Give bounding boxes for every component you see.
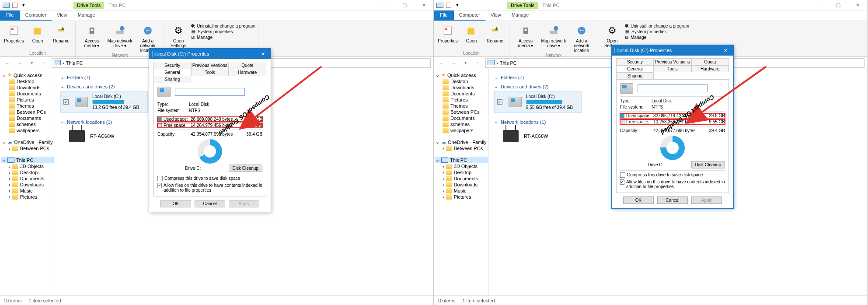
ribbon-small-button[interactable]: 💻System properties xyxy=(624,29,689,34)
tree-node[interactable]: Downloads xyxy=(1,84,54,91)
dialog-tab[interactable]: Quota xyxy=(691,58,729,65)
cancel-button[interactable]: Cancel xyxy=(657,196,688,204)
ribbon-button[interactable]: Map network drive ▾ xyxy=(106,23,133,48)
dialog-tab[interactable]: Tools xyxy=(191,69,229,76)
tree-node[interactable]: ›3D Objects xyxy=(435,163,488,169)
tree-node[interactable]: Desktop xyxy=(435,78,488,84)
index-checkbox-row[interactable]: ✓Allow files on this drive to have conte… xyxy=(157,183,262,193)
ribbon-button[interactable]: Rename xyxy=(50,23,73,43)
ribbon-tab[interactable]: Computer xyxy=(454,11,485,21)
tree-node[interactable]: ›Desktop xyxy=(435,169,488,175)
ribbon-small-button[interactable]: 🖥Manage xyxy=(191,35,255,40)
breadcrumb-segment[interactable]: This PC xyxy=(500,60,517,66)
ribbon-small-button[interactable]: 🛠Uninstall or change a program xyxy=(191,24,255,28)
ribbon-button[interactable]: Properties xyxy=(436,23,459,43)
tree-node[interactable]: ⌄☁OneDrive - Family xyxy=(1,139,54,145)
checkbox[interactable]: ✓ xyxy=(63,99,69,105)
dialog-tab[interactable]: Quota xyxy=(229,62,266,69)
checkbox[interactable]: ✓ xyxy=(497,99,502,105)
tree-node[interactable]: schemes xyxy=(1,121,54,127)
disk-cleanup-button[interactable]: Disk Cleanup xyxy=(229,165,262,172)
tree-node[interactable]: Downloads xyxy=(435,84,488,91)
compress-checkbox-row[interactable]: Compress this drive to save disk space xyxy=(157,176,262,181)
tree-node[interactable]: Documents xyxy=(1,115,54,121)
tree-node[interactable]: ›Downloads xyxy=(435,182,488,188)
close-button[interactable]: ✕ xyxy=(848,0,867,11)
up-button[interactable]: ↑ xyxy=(39,60,49,66)
apply-button[interactable]: Apply xyxy=(229,200,259,207)
dialog-tab[interactable]: Previous Versions xyxy=(654,58,691,65)
maximize-button[interactable]: ▢ xyxy=(829,0,848,11)
close-button[interactable]: ✕ xyxy=(258,51,268,57)
tree-node[interactable]: ›Music xyxy=(1,188,54,194)
ribbon-button[interactable]: Map network drive ▾ xyxy=(540,23,567,48)
tree-node[interactable]: Documents xyxy=(1,91,54,97)
maximize-button[interactable]: ▢ xyxy=(395,0,414,11)
ribbon-small-button[interactable]: 🛠Uninstall or change a program xyxy=(624,24,689,28)
tree-node[interactable]: ›Documents xyxy=(435,175,488,182)
checkbox[interactable]: ✓ xyxy=(157,183,162,188)
dialog-tab[interactable]: Security xyxy=(153,62,191,69)
ribbon-tab[interactable]: Computer xyxy=(20,11,52,21)
tree-node[interactable]: ›Music xyxy=(435,188,488,194)
tree-node[interactable]: ⌄This PC xyxy=(435,157,488,163)
qat-dropdown-icon[interactable]: ▾ xyxy=(20,2,27,9)
ribbon-button[interactable]: ⚙Open Settings xyxy=(167,23,190,48)
tree-node[interactable]: Pictures xyxy=(435,97,488,103)
dialog-tab[interactable]: Sharing xyxy=(616,72,654,79)
recent-button[interactable]: ▾ xyxy=(461,60,471,66)
minimize-button[interactable]: — xyxy=(376,0,395,11)
index-checkbox-row[interactable]: ✓Allow files on this drive to have conte… xyxy=(620,179,725,189)
ribbon-button[interactable]: Rename xyxy=(484,23,506,43)
dialog-tab[interactable]: Hardware xyxy=(691,65,729,72)
tree-node[interactable]: Between PCs xyxy=(1,109,54,115)
checkbox[interactable] xyxy=(620,172,625,178)
forward-button[interactable]: → xyxy=(15,60,24,66)
minimize-button[interactable]: — xyxy=(809,0,829,11)
volume-label-input[interactable] xyxy=(175,88,245,96)
forward-button[interactable]: → xyxy=(449,60,458,66)
tree-node[interactable]: ›Between PCs xyxy=(435,145,488,151)
tree-node[interactable]: Between PCs xyxy=(435,109,488,115)
ribbon-tab[interactable]: Manage xyxy=(73,11,101,21)
compress-checkbox-row[interactable]: Compress this drive to save disk space xyxy=(620,172,725,178)
close-button[interactable]: ✕ xyxy=(720,48,731,53)
recent-button[interactable]: ▾ xyxy=(27,60,37,66)
tree-node[interactable]: ⌄This PC xyxy=(1,157,54,163)
tree-node[interactable]: wallpapers xyxy=(1,127,54,133)
apply-button[interactable]: Apply xyxy=(691,196,722,204)
properties-qat-icon[interactable] xyxy=(11,2,18,9)
ribbon-tab[interactable]: View xyxy=(52,11,73,21)
cancel-button[interactable]: Cancel xyxy=(195,200,225,207)
tree-node[interactable]: Desktop xyxy=(1,78,54,84)
tree-node[interactable]: ›Between PCs xyxy=(1,145,54,151)
ribbon-tab[interactable]: Manage xyxy=(506,11,534,21)
tree-node[interactable]: Themes xyxy=(1,103,54,109)
dialog-tab[interactable]: Hardware xyxy=(229,69,266,76)
tree-node[interactable]: ›Downloads xyxy=(1,182,54,188)
tree-node[interactable]: ⌄★Quick access xyxy=(1,72,54,78)
ribbon-tab[interactable]: View xyxy=(485,11,506,21)
tree-node[interactable]: ›3D Objects xyxy=(1,163,54,169)
volume-label-input[interactable] xyxy=(638,84,708,92)
tree-node[interactable]: ›Desktop xyxy=(1,169,54,175)
ribbon-button[interactable]: Access media ▾ xyxy=(512,23,539,48)
tree-node[interactable]: Documents xyxy=(435,91,488,97)
back-button[interactable]: ← xyxy=(436,60,446,66)
ok-button[interactable]: OK xyxy=(623,196,654,204)
back-button[interactable]: ← xyxy=(3,60,12,66)
ribbon-small-button[interactable]: 🖥Manage xyxy=(624,35,689,40)
tree-node[interactable]: ⌄☁OneDrive - Family xyxy=(435,139,488,145)
dialog-tab[interactable]: General xyxy=(616,65,654,72)
ribbon-small-button[interactable]: 💻System properties xyxy=(191,29,255,34)
dialog-tab[interactable]: Previous Versions xyxy=(191,62,229,69)
checkbox[interactable] xyxy=(157,176,163,181)
tree-node[interactable]: Pictures xyxy=(1,97,54,103)
breadcrumb-segment[interactable]: This PC xyxy=(66,60,83,66)
dialog-tab[interactable]: Security xyxy=(616,58,654,65)
disk-cleanup-button[interactable]: Disk Cleanup xyxy=(691,161,725,168)
tree-node[interactable]: schemes xyxy=(435,121,488,127)
checkbox[interactable]: ✓ xyxy=(620,179,624,185)
qat-dropdown-icon[interactable]: ▾ xyxy=(454,2,461,9)
ribbon-button[interactable]: Open xyxy=(460,23,483,43)
